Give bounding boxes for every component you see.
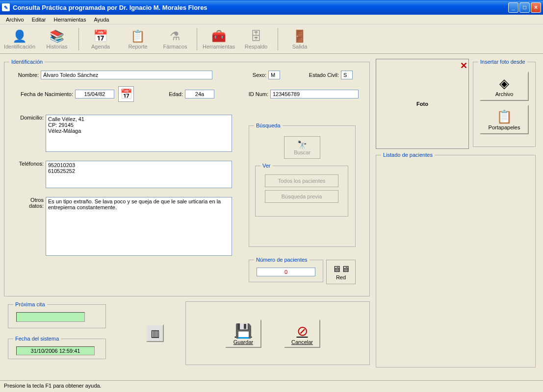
menu-editar[interactable]: Editar xyxy=(28,16,50,24)
file-icon: ◈ xyxy=(499,76,509,91)
archivo-button[interactable]: ◈ Archivo xyxy=(480,72,529,101)
sexo-input[interactable] xyxy=(268,71,280,79)
foto-label: Foto xyxy=(416,101,428,107)
buscar-button[interactable]: 🔭 Buscar xyxy=(284,136,320,159)
identificacion-legend: Identificación xyxy=(9,59,45,65)
estado-label: Estado Civil: xyxy=(290,72,339,78)
insertar-foto-group: Insertar foto desde ◈ Archivo 📋 Portapap… xyxy=(473,59,536,147)
numpacientes-value: 0 xyxy=(257,268,315,276)
tool-farmacos[interactable]: ⚗Fármacos xyxy=(157,26,193,52)
telefonos-textarea[interactable] xyxy=(46,161,232,188)
domicilio-textarea[interactable] xyxy=(46,115,232,152)
disk-icon: ▥ xyxy=(151,327,160,339)
tool-respaldo[interactable]: 🗄Respaldo xyxy=(238,26,274,52)
tool-identificacion[interactable]: 👤Identificación xyxy=(2,26,37,52)
actions-group: 💾 Guardar ⊘ Cancelar xyxy=(185,301,370,365)
proxima-cita-value xyxy=(16,312,85,322)
exit-icon: 🚪 xyxy=(292,29,307,44)
calendar-icon: 📅 xyxy=(93,29,108,44)
listado-legend: Listado de pacientes xyxy=(381,152,435,158)
cancel-icon: ⊘ xyxy=(297,323,308,339)
numpacientes-legend: Número de pacientes xyxy=(254,257,310,263)
estado-input[interactable] xyxy=(341,71,353,79)
minimize-button[interactable]: _ xyxy=(508,2,518,13)
busqueda-legend: Búsqueda xyxy=(254,122,283,128)
ver-legend: Ver xyxy=(260,163,273,169)
edad-input[interactable] xyxy=(185,90,214,98)
binoculars-icon: 🔭 xyxy=(297,140,307,149)
fecha-sistema-group: Fecha del sistema 31/10/2006 12:59:41 xyxy=(8,336,106,359)
identificacion-group: Identificación Nombre: Sexo: Estado Civi… xyxy=(4,59,370,296)
red-button[interactable]: 🖥🖥 Red xyxy=(326,260,356,284)
todos-pacientes-button[interactable]: Todos los pacientes xyxy=(265,174,338,187)
close-button[interactable]: × xyxy=(531,2,541,13)
app-icon: ✎ xyxy=(2,3,10,11)
calendar-button[interactable]: 📅 xyxy=(118,86,134,102)
menu-archivo[interactable]: Archivo xyxy=(2,16,28,24)
sexo-label: Sexo: xyxy=(222,72,266,78)
clipboard-icon: 📋 xyxy=(496,109,512,124)
foto-box: ✕ Foto xyxy=(376,59,469,149)
person-icon: 👤 xyxy=(12,29,27,44)
maximize-button[interactable]: □ xyxy=(519,2,530,13)
proxima-legend: Próxima cita xyxy=(13,301,47,307)
backup-icon: 🗄 xyxy=(250,29,262,44)
book-icon: 📚 xyxy=(50,29,64,44)
listado-pacientes-group: Listado de pacientes xyxy=(376,152,536,368)
otros-label: Otros datos: xyxy=(9,197,44,209)
foto-close-button[interactable]: ✕ xyxy=(460,60,467,71)
window-title: Consulta Práctica programada por Dr. Ign… xyxy=(13,4,508,11)
tool-reporte[interactable]: 📋Reporte xyxy=(120,26,155,52)
statusbar: Presione la tecla F1 para obtener ayuda. xyxy=(0,380,543,392)
calendar-icon: 📅 xyxy=(120,88,132,100)
edad-label: Edad: xyxy=(149,91,183,97)
busqueda-group: Búsqueda 🔭 Buscar Ver Todos los paciente… xyxy=(249,122,356,247)
toolbar-separator xyxy=(78,28,79,50)
fechasis-legend: Fecha del sistema xyxy=(13,336,61,342)
idnum-input[interactable] xyxy=(270,90,359,98)
menu-ayuda[interactable]: Ayuda xyxy=(90,16,113,24)
otros-textarea[interactable] xyxy=(46,197,232,256)
toolbar-separator xyxy=(278,28,278,50)
disk-button[interactable]: ▥ xyxy=(146,324,164,342)
toolbar-separator xyxy=(197,28,197,50)
tool-herramientas[interactable]: 🧰Herramientas xyxy=(201,26,236,52)
insertar-legend: Insertar foto desde xyxy=(478,59,527,65)
statusbar-text: Presione la tecla F1 para obtener ayuda. xyxy=(4,383,102,389)
floppy-icon: 💾 xyxy=(235,323,252,339)
tool-salida[interactable]: 🚪Salida xyxy=(282,26,317,52)
idnum-label: ID Num: xyxy=(229,91,268,97)
ver-group: Ver Todos los pacientes Búsqueda previa xyxy=(255,163,348,217)
tool-agenda[interactable]: 📅Agenda xyxy=(83,26,118,52)
toolbar: 👤Identificación 📚Historias 📅Agenda 📋Repo… xyxy=(0,24,543,54)
fecha-sistema-value: 31/10/2006 12:59:41 xyxy=(16,346,95,355)
domicilio-label: Domicilio: xyxy=(9,115,44,121)
titlebar: ✎ Consulta Práctica programada por Dr. I… xyxy=(0,0,543,15)
telefonos-label: Teléfonos: xyxy=(9,161,44,167)
busqueda-previa-button[interactable]: Búsqueda previa xyxy=(265,190,338,203)
tool-historias[interactable]: 📚Historias xyxy=(39,26,75,52)
portapapeles-button[interactable]: 📋 Portapapeles xyxy=(480,105,529,134)
clipboard-icon: 📋 xyxy=(130,29,145,44)
menubar: Archivo Editar Herramientas Ayuda xyxy=(0,15,543,24)
red-label: Red xyxy=(336,274,346,280)
mortar-icon: ⚗ xyxy=(170,29,181,44)
menu-herramientas[interactable]: Herramientas xyxy=(50,16,90,24)
fnac-input[interactable] xyxy=(75,90,114,98)
proxima-cita-group: Próxima cita xyxy=(8,301,106,328)
cancelar-button[interactable]: ⊘ Cancelar xyxy=(284,319,320,348)
network-icon: 🖥🖥 xyxy=(332,264,350,274)
guardar-button[interactable]: 💾 Guardar xyxy=(225,319,261,348)
numpacientes-group: Número de pacientes 0 xyxy=(249,257,323,282)
nombre-input[interactable] xyxy=(41,71,212,79)
tools-icon: 🧰 xyxy=(211,29,226,44)
nombre-label: Nombre: xyxy=(9,72,39,78)
fnac-label: Fecha de Nacimiento: xyxy=(9,91,73,97)
